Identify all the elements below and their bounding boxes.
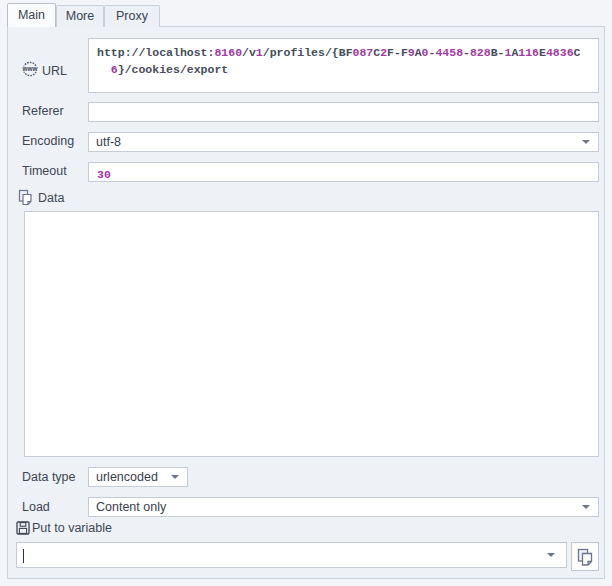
url-text-line-1: http://localhost:8160/v1/profiles/{BF087… [97, 44, 590, 61]
globe-www-icon: www [21, 61, 39, 77]
svg-text:www: www [22, 65, 38, 72]
encoding-value: utf-8 [96, 135, 121, 149]
copy-variable-button[interactable] [571, 542, 599, 571]
chevron-down-icon [547, 553, 555, 557]
timeout-input[interactable]: 30 [88, 162, 599, 182]
data-textarea[interactable] [24, 211, 599, 457]
encoding-label: Encoding [22, 134, 74, 148]
referer-label: Referer [22, 104, 64, 118]
data-label: Data [38, 191, 64, 205]
load-dropdown[interactable]: Content only [88, 497, 599, 517]
data-type-label: Data type [22, 470, 76, 484]
load-label: Load [22, 500, 50, 514]
tab-main[interactable]: Main [7, 3, 56, 27]
url-text-line-2: 6}/cookies/export [97, 61, 590, 78]
put-to-variable-label: Put to variable [32, 521, 112, 535]
data-type-dropdown[interactable]: urlencoded [88, 467, 188, 487]
timeout-label: Timeout [22, 164, 67, 178]
put-to-variable-dropdown[interactable] [16, 542, 567, 568]
encoding-dropdown[interactable]: utf-8 [88, 132, 599, 152]
timeout-value: 30 [97, 168, 111, 181]
chevron-down-icon [582, 140, 590, 144]
text-cursor [23, 549, 24, 563]
url-input[interactable]: http://localhost:8160/v1/profiles/{BF087… [88, 38, 599, 93]
copy-pages-icon [577, 548, 593, 566]
chevron-down-icon [582, 505, 590, 509]
request-editor-window: Main More Proxy www URL http://localhost… [0, 0, 612, 586]
tab-proxy[interactable]: Proxy [104, 5, 160, 27]
save-floppy-icon [16, 521, 30, 535]
chevron-down-icon [171, 475, 179, 479]
referer-input[interactable] [88, 102, 599, 122]
copy-pages-icon [18, 189, 33, 206]
data-type-value: urlencoded [96, 470, 158, 484]
url-label: URL [42, 64, 67, 78]
tab-more[interactable]: More [56, 5, 104, 27]
load-value: Content only [96, 500, 166, 514]
